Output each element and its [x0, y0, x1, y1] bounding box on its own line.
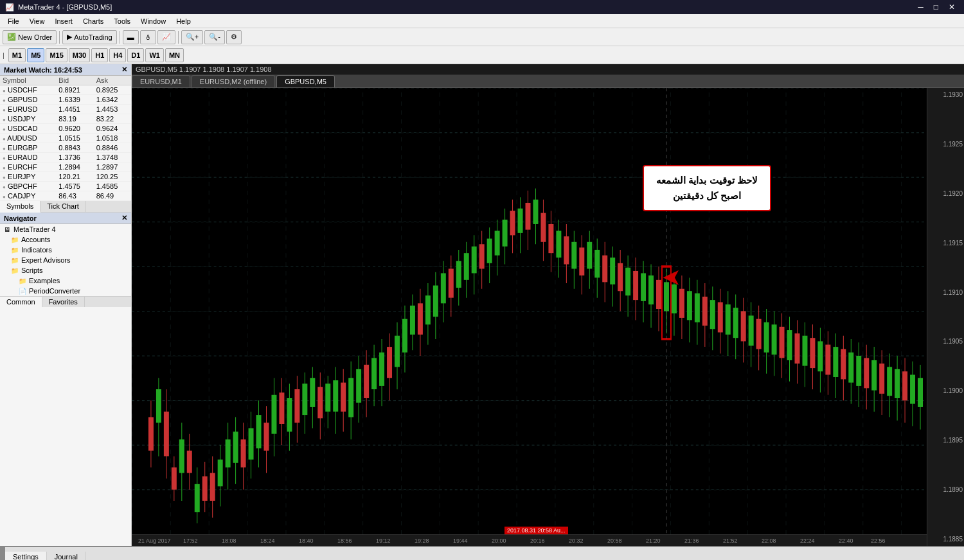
minimize-button[interactable]: ─: [914, 3, 927, 12]
nav-item-indicators[interactable]: 📁Indicators: [0, 245, 131, 255]
mw-ask: 1.2897: [94, 162, 131, 172]
nav-item-expert-advisors[interactable]: 📁Expert Advisors: [0, 255, 131, 265]
chart-candle-button[interactable]: 🕯: [140, 30, 156, 44]
period-mn[interactable]: MN: [165, 48, 184, 62]
mw-bid: 1.6339: [56, 95, 93, 105]
market-watch-close[interactable]: ✕: [121, 66, 127, 74]
navigator-header[interactable]: Navigator ✕: [0, 213, 131, 224]
menu-help[interactable]: Help: [171, 16, 196, 26]
close-button[interactable]: ✕: [945, 3, 959, 12]
market-watch-row[interactable]: ● GBPUSD 1.6339 1.6342: [0, 95, 131, 105]
svg-rect-207: [895, 369, 900, 398]
market-watch-row[interactable]: ● EURCHF 1.2894 1.2897: [0, 162, 131, 172]
market-watch-row[interactable]: ● USDCHF 0.8921 0.8925: [0, 85, 131, 95]
menu-window[interactable]: Window: [136, 16, 171, 26]
autotrading-label: AutoTrading: [74, 33, 112, 41]
market-watch-title: Market Watch: 16:24:53: [4, 66, 82, 74]
new-order-button[interactable]: 💹 New Order: [3, 30, 57, 44]
chart-tab-eurusd-m1[interactable]: EURUSD,M1: [132, 75, 190, 87]
navigator-close[interactable]: ✕: [121, 214, 127, 222]
chart-area: GBPUSD,M5 1.1907 1.1908 1.1907 1.1908 EU…: [132, 64, 964, 546]
mw-ask: 1.4453: [94, 105, 131, 114]
chart-tab-gbpusd-m5[interactable]: GBPUSD,M5: [276, 75, 335, 87]
period-h4[interactable]: H4: [109, 48, 126, 62]
price-9: 1.1890: [929, 486, 963, 493]
chart-svg-container: [132, 88, 927, 534]
market-watch-row[interactable]: ● CADJPY 86.43 86.49: [0, 191, 131, 201]
tester-tab-settings[interactable]: Settings: [5, 552, 47, 561]
tester-handle[interactable]: [0, 547, 5, 560]
properties-button[interactable]: ⚙: [226, 30, 242, 44]
svg-rect-98: [479, 244, 485, 268]
mw-symbol: ● CADJPY: [0, 191, 56, 201]
svg-rect-26: [202, 477, 208, 501]
svg-rect-80: [410, 306, 415, 335]
svg-rect-114: [540, 213, 546, 242]
left-panel: Market Watch: 16:24:53 ✕ Symbol Bid Ask …: [0, 64, 132, 546]
period-h1[interactable]: H1: [91, 48, 108, 62]
market-watch-row[interactable]: ● EURUSD 1.4451 1.4453: [0, 105, 131, 114]
menu-tools[interactable]: Tools: [109, 16, 136, 26]
zoom-out-button[interactable]: 🔍-: [204, 30, 225, 44]
autotrading-button[interactable]: ▶ AutoTrading: [62, 30, 117, 44]
svg-rect-171: [756, 319, 762, 349]
nav-item-label: Expert Advisors: [21, 256, 70, 264]
menu-view[interactable]: View: [24, 16, 50, 26]
mw-tab-symbols[interactable]: Symbols: [0, 201, 40, 213]
nav-item-metatrader-4[interactable]: 🖥MetaTrader 4: [0, 224, 131, 234]
market-watch-row[interactable]: ● EURJPY 120.21 120.25: [0, 172, 131, 182]
folder-icon: 📁: [10, 266, 19, 275]
market-watch-row[interactable]: ● USDCAD 0.9620 0.9624: [0, 124, 131, 134]
period-w1[interactable]: W1: [145, 48, 164, 62]
period-m30[interactable]: M30: [69, 48, 90, 62]
chart-tab-eurusd-m2[interactable]: EURUSD,M2 (offline): [192, 75, 275, 87]
folder-icon: 📁: [10, 235, 19, 244]
menu-insert[interactable]: Insert: [49, 16, 78, 26]
period-m15[interactable]: M15: [46, 48, 67, 62]
nav-item-accounts[interactable]: 📁Accounts: [0, 234, 131, 245]
period-m5[interactable]: M5: [27, 48, 44, 62]
subfolder-icon: 📁: [18, 276, 27, 285]
nav-item-label: Indicators: [21, 246, 52, 254]
zoom-in-button[interactable]: 🔍+: [181, 30, 203, 44]
window-controls[interactable]: ─ □ ✕: [914, 3, 959, 12]
nav-item-scripts[interactable]: 📁Scripts: [0, 265, 131, 276]
market-watch-row[interactable]: ● AUDUSD 1.0515 1.0518: [0, 134, 131, 143]
svg-rect-28: [210, 473, 215, 500]
svg-rect-22: [187, 451, 192, 473]
svg-rect-209: [902, 371, 907, 400]
nav-item-periodconverter[interactable]: 📄PeriodConverter: [0, 286, 131, 296]
menu-charts[interactable]: Charts: [78, 16, 109, 26]
period-d1[interactable]: D1: [127, 48, 144, 62]
nav-tab-common[interactable]: Common: [0, 297, 42, 307]
market-watch-row[interactable]: ● EURGBP 0.8843 0.8846: [0, 143, 131, 153]
period-m1[interactable]: M1: [8, 48, 26, 62]
chart-line-button[interactable]: 📈: [157, 30, 175, 44]
time-17: 22:08: [762, 538, 776, 544]
svg-rect-120: [564, 236, 569, 264]
mw-symbol: ● EURGBP: [0, 143, 56, 153]
tester-tab-journal[interactable]: Journal: [47, 552, 86, 561]
price-5: 1.1910: [929, 289, 963, 296]
svg-rect-179: [787, 330, 792, 360]
tester-tabs: Settings Journal: [5, 552, 964, 561]
svg-rect-50: [294, 389, 299, 423]
maximize-button[interactable]: □: [930, 3, 942, 12]
nav-item-label: Scripts: [21, 267, 43, 274]
svg-rect-24: [195, 484, 200, 512]
mw-tab-tick-chart[interactable]: Tick Chart: [40, 201, 86, 212]
nav-item-examples[interactable]: 📁Examples: [0, 276, 131, 286]
toolbar-main: 💹 New Order ▶ AutoTrading ▬ 🕯 📈 🔍+ 🔍- ⚙: [0, 28, 964, 46]
menu-file[interactable]: File: [3, 16, 24, 26]
mw-symbol: ● EURCHF: [0, 162, 56, 172]
market-watch-row[interactable]: ● EURAUD 1.3736 1.3748: [0, 153, 131, 162]
market-watch-row[interactable]: ● USDJPY 83.19 83.22: [0, 114, 131, 124]
svg-rect-151: [679, 289, 684, 318]
mw-bid: 0.8843: [56, 143, 93, 153]
chart-bar-button[interactable]: ▬: [123, 30, 139, 44]
chart-canvas[interactable]: لاحظ توقيت بداية الشمعه اصبح كل دقيقتين …: [132, 88, 964, 546]
svg-rect-181: [794, 333, 799, 363]
main-area: Market Watch: 16:24:53 ✕ Symbol Bid Ask …: [0, 64, 964, 546]
market-watch-row[interactable]: ● GBPCHF 1.4575 1.4585: [0, 182, 131, 191]
nav-tab-favorites[interactable]: Favorites: [42, 297, 85, 307]
